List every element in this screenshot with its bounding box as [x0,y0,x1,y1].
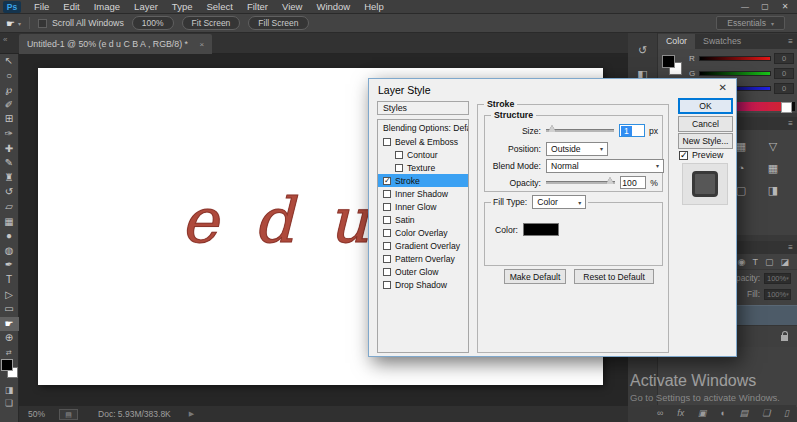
styles-header[interactable]: Styles [377,101,469,115]
delete-layer-icon[interactable]: ▯ [784,408,789,418]
move-tool[interactable]: ↖ [0,54,19,69]
size-slider-thumb[interactable] [548,125,556,132]
close-dialog-icon[interactable]: ✕ [719,82,727,93]
link-layers-icon[interactable]: ∞ [657,408,663,418]
clone-stamp-tool[interactable]: ♜ [0,171,19,186]
menu-item[interactable]: File [34,1,49,12]
adjustment-levels-icon[interactable]: ▽ [761,140,785,153]
opacity-value[interactable]: 100% ▾ [764,273,791,284]
restore-icon[interactable]: ▢ [755,2,775,11]
lasso-tool[interactable]: ℘ [0,83,19,98]
style-checkbox[interactable] [383,216,391,224]
swap-colors-icon[interactable]: ⇄ [6,348,12,357]
status-menu-arrow-icon[interactable]: ▶ [189,410,194,418]
size-slider[interactable] [546,127,614,134]
menu-item[interactable]: Image [94,1,120,12]
quick-mask-icon[interactable]: ◨ [0,385,19,395]
hand-tool-icon[interactable]: ☛ [6,18,15,29]
style-checkbox[interactable] [383,281,391,289]
pen-tool[interactable]: ✒ [0,258,19,273]
style-item[interactable]: Outer Glow [378,265,468,278]
style-checkbox[interactable] [383,203,391,211]
new-layer-icon[interactable]: ❏ [762,408,770,418]
filter-kind-smart-icon[interactable]: ◪ [780,257,789,267]
quick-selection-tool[interactable]: ✐ [0,98,19,113]
position-dropdown[interactable]: Outside ▾ [546,142,608,156]
screen-mode-icon[interactable]: ❏ [0,398,19,408]
marquee-tool[interactable]: ○ [0,69,19,84]
eyedropper-tool[interactable]: ✑ [0,127,19,142]
type-tool[interactable]: T [0,273,19,288]
blending-options-item[interactable]: Blending Options: Default [378,122,468,135]
channel-value[interactable]: 0 [774,68,794,79]
style-item[interactable]: Texture [378,161,468,174]
new-style-button[interactable]: New Style... [678,133,733,149]
filter-kind-type-icon[interactable]: T [752,257,758,267]
menu-item[interactable]: View [282,1,302,12]
style-checkbox[interactable] [383,242,391,250]
style-checkbox[interactable] [395,151,403,159]
foreground-color-swatch[interactable] [1,359,13,371]
style-item[interactable]: Gradient Overlay [378,239,468,252]
panel-menu-icon[interactable]: ≡ [788,119,797,128]
minimize-icon[interactable]: — [735,2,755,11]
hand-tool[interactable]: ☛ [0,317,19,332]
style-item[interactable]: Color Overlay [378,226,468,239]
style-item[interactable]: Satin [378,213,468,226]
collapse-panels-icon[interactable]: « [3,35,7,44]
path-selection-tool[interactable]: ▷ [0,288,19,303]
opacity-input[interactable]: 100 [620,176,646,189]
brush-tool[interactable]: ✎ [0,156,19,171]
tab-color[interactable]: Color [658,34,695,49]
style-checkbox[interactable] [383,229,391,237]
eraser-tool[interactable]: ▱ [0,200,19,215]
fill-type-dropdown[interactable]: Color ▾ [532,195,586,209]
tool-preset-dropdown-icon[interactable]: ▾ [18,20,21,27]
zoom-100-button[interactable]: 100% [132,16,174,30]
style-item[interactable]: Bevel & Emboss [378,135,468,148]
style-checkbox[interactable] [383,177,391,185]
adjustment-exposure-icon[interactable]: ▦ [761,162,785,175]
shape-tool[interactable]: ▭ [0,302,19,317]
style-item[interactable]: Stroke [378,174,468,187]
history-brush-tool[interactable]: ↺ [0,185,19,200]
stroke-color-swatch[interactable] [523,223,559,236]
menu-item[interactable]: Edit [63,1,79,12]
adjustment-hue-icon[interactable]: ◨ [761,184,785,197]
make-default-button[interactable]: Make Default [504,269,566,284]
fill-value[interactable]: 100% ▾ [764,289,791,300]
style-item[interactable]: Inner Shadow [378,187,468,200]
fill-screen-button[interactable]: Fill Screen [248,16,308,30]
document-tab[interactable]: Untitled-1 @ 50% (e d u C B A , RGB/8) *… [19,34,212,54]
tab-swatches[interactable]: Swatches [695,34,749,49]
adjustment-layer-icon[interactable]: ◐ [720,408,725,418]
style-item[interactable]: Contour [378,148,468,161]
style-item[interactable]: Pattern Overlay [378,252,468,265]
workspace-selector[interactable]: Essentials ▾ [716,16,785,30]
style-item[interactable]: Drop Shadow [378,278,468,291]
scroll-all-windows-checkbox[interactable] [38,19,47,28]
menu-item[interactable]: Type [172,1,193,12]
filter-kind-shape-icon[interactable]: ▢ [765,257,774,267]
layer-group-icon[interactable]: ▤ [740,408,749,418]
menu-item[interactable]: Window [316,1,350,12]
blur-tool[interactable]: ● [0,229,19,244]
ok-button[interactable]: OK [678,98,733,114]
blend-mode-dropdown[interactable]: Normal ▾ [546,159,664,173]
gradient-tool[interactable]: ▦ [0,215,19,230]
style-item[interactable]: Inner Glow [378,200,468,213]
style-checkbox[interactable] [383,190,391,198]
style-checkbox[interactable] [395,164,403,172]
crop-tool[interactable]: ⊞ [0,112,19,127]
history-panel-icon[interactable]: ↺ [628,44,657,57]
channel-value[interactable]: 0 [774,83,794,94]
layer-mask-icon[interactable]: ▣ [698,408,707,418]
reset-to-default-button[interactable]: Reset to Default [574,269,654,284]
menu-item[interactable]: Filter [247,1,268,12]
menu-item[interactable]: Layer [134,1,158,12]
healing-brush-tool[interactable]: ✚ [0,142,19,157]
opacity-slider[interactable] [546,179,615,186]
style-checkbox[interactable] [383,268,391,276]
menu-item[interactable]: Help [364,1,384,12]
fit-screen-button[interactable]: Fit Screen [182,16,241,30]
